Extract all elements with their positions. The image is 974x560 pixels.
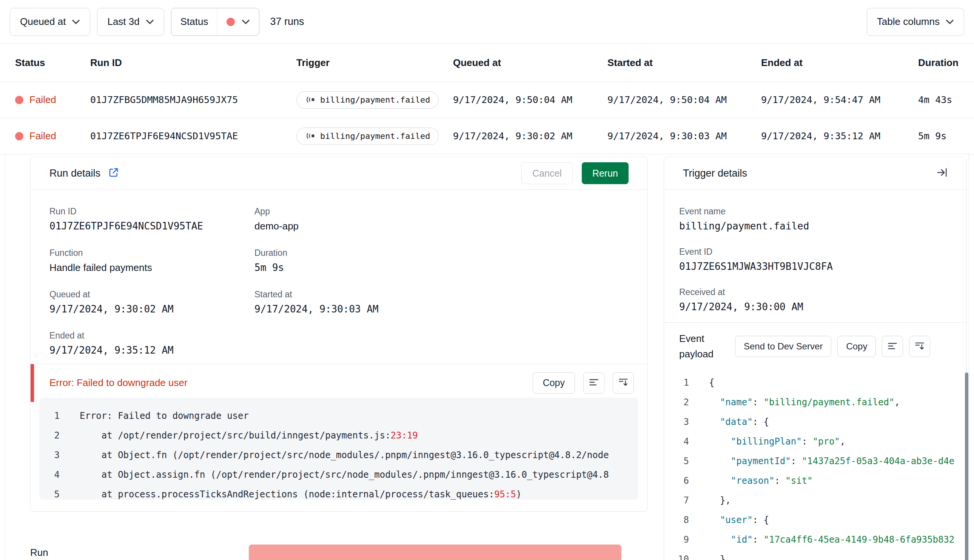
chevron-down-icon <box>242 19 250 25</box>
duration-cell: 5m 9s <box>918 130 974 142</box>
column-header-ended-at: Ended at <box>761 57 918 69</box>
chevron-down-icon <box>146 19 154 25</box>
field-value: 5m 9s <box>254 262 629 273</box>
status-dot <box>15 132 23 140</box>
scroll-to-bottom-button[interactable] <box>613 372 634 393</box>
field-queued-at: Queued at 9/17/2024, 9:30:02 AM <box>50 290 254 315</box>
wrap-text-button[interactable] <box>583 372 604 393</box>
scroll-to-bottom-icon <box>618 377 629 389</box>
trigger-badge-label: billing/payment.failed <box>320 95 430 105</box>
code-line: 1Error: Failed to downgrade user <box>39 406 639 426</box>
scroll-to-bottom-button[interactable] <box>909 336 930 357</box>
column-header-duration: Duration <box>918 57 974 69</box>
field-label: Event ID <box>679 247 951 257</box>
run-id-cell: 01J7ZE6TPJF6E94NCSD1V95TAE <box>90 130 296 142</box>
field-label: Queued at <box>50 290 254 300</box>
trigger-badge[interactable]: billing/payment.failed <box>296 128 439 145</box>
field-value: 01J7ZE6TPJF6E94NCSD1V95TAE <box>50 220 254 232</box>
line-content: at Object.assign.fn (/opt/render/project… <box>80 470 609 480</box>
field-label: App <box>254 207 629 217</box>
code-line: 7 }, <box>664 490 963 510</box>
line-content: } <box>709 554 725 560</box>
line-number: 5 <box>664 456 689 467</box>
status-dot <box>15 96 23 104</box>
table-columns-label: Table columns <box>877 16 940 28</box>
field-event-name: Event name billing/payment.failed <box>679 207 951 232</box>
run-trace-bar[interactable] <box>249 545 621 560</box>
line-content: "billingPlan": "pro", <box>709 436 845 447</box>
status-filter-button[interactable]: Status <box>171 8 260 36</box>
error-actions: Copy <box>533 372 634 393</box>
copy-button[interactable]: Copy <box>837 336 876 357</box>
started-at-cell: 9/17/2024, 9:30:03 AM <box>607 130 761 142</box>
wrap-text-icon <box>589 377 599 389</box>
line-content: Error: Failed to downgrade user <box>80 410 249 421</box>
line-number: 4 <box>39 470 60 480</box>
field-value: billing/payment.failed <box>679 220 951 232</box>
status-filter-label: Status <box>172 8 218 35</box>
code-line: 8 "user": { <box>664 510 963 530</box>
line-content: "reason": "sit" <box>709 475 813 486</box>
column-header-run-id: Run ID <box>90 57 296 69</box>
column-header-started-at: Started at <box>607 57 761 69</box>
collapse-panel-icon[interactable] <box>936 167 947 180</box>
line-content: at process.processTicksAndRejections (no… <box>80 489 521 500</box>
code-line: 3 "data": { <box>664 412 963 432</box>
wrap-text-icon <box>887 341 898 352</box>
field-label: Ended at <box>50 330 254 341</box>
table-columns-button[interactable]: Table columns <box>867 8 964 36</box>
table-row[interactable]: Failed 01J7ZE6TPJF6E94NCSD1V95TAE billin… <box>0 118 974 154</box>
chevron-down-icon <box>72 19 80 25</box>
rerun-button[interactable]: Rerun <box>582 162 629 184</box>
line-number: 10 <box>664 554 689 560</box>
code-line: 2 "name": "billing/payment.failed", <box>664 392 963 412</box>
line-content: at /opt/render/project/src/build/inngest… <box>80 430 418 441</box>
field-value: 01J7ZE6S1MJWA33HT9B1VJC8FA <box>679 261 951 272</box>
field-duration: Duration 5m 9s <box>254 248 629 273</box>
trigger-details-title: Trigger details <box>683 168 747 179</box>
queued-at-cell: 9/17/2024, 9:30:02 AM <box>453 130 607 142</box>
scroll-to-bottom-icon <box>914 341 925 352</box>
trigger-badge-label: billing/payment.failed <box>320 131 430 141</box>
line-number: 3 <box>39 450 60 460</box>
queued-at-cell: 9/17/2024, 9:50:04 AM <box>453 94 607 105</box>
field-value: 9/17/2024, 9:30:03 AM <box>254 303 629 315</box>
wrap-text-button[interactable] <box>882 336 903 357</box>
event-payload-json: 1{2 "name": "billing/payment.failed",3 "… <box>664 373 963 560</box>
queued-at-filter-button[interactable]: Queued at <box>10 8 90 36</box>
cancel-button[interactable]: Cancel <box>521 162 573 184</box>
run-details-header: Run details Cancel Rerun <box>30 157 647 190</box>
function-link[interactable]: Handle failed payments <box>50 262 152 273</box>
line-number: 4 <box>664 436 689 447</box>
code-line: 3 at Object.fn (/opt/render/project/src/… <box>39 445 639 465</box>
open-in-new-icon[interactable] <box>108 167 119 180</box>
table-row[interactable]: Failed 01J7ZFBG5DMM85MJA9H659JX75 billin… <box>0 82 974 118</box>
status-filter-dot <box>227 18 235 26</box>
run-details-card: Run details Cancel Rerun Run ID 01J7ZE6T… <box>30 157 648 512</box>
status-text: Failed <box>30 130 56 142</box>
error-accent-bar <box>30 364 34 402</box>
line-number: 1 <box>39 410 60 421</box>
send-to-dev-server-button[interactable]: Send to Dev Server <box>735 336 831 357</box>
scrollbar[interactable] <box>965 372 968 560</box>
code-line: 4 "billingPlan": "pro", <box>664 432 963 451</box>
copy-button[interactable]: Copy <box>533 372 575 393</box>
run-detail-region: Run details Cancel Rerun Run ID 01J7ZE6T… <box>5 154 969 560</box>
code-line: 1{ <box>664 373 963 392</box>
field-label: Run ID <box>50 207 254 217</box>
field-started-at: Started at 9/17/2024, 9:30:03 AM <box>254 290 629 315</box>
code-line: 9 "id": "17ca4ff6-45ea-4149-9b48-6fa935b… <box>664 530 963 550</box>
app-link[interactable]: demo-app <box>254 220 299 232</box>
column-header-status: Status <box>15 57 90 69</box>
line-content: at Object.fn (/opt/render/project/src/no… <box>80 450 609 460</box>
field-value: 9/17/2024, 9:35:12 AM <box>50 345 254 356</box>
code-line: 5 at process.processTicksAndRejections (… <box>39 485 639 500</box>
trigger-badge[interactable]: billing/payment.failed <box>296 91 439 109</box>
line-number: 2 <box>39 430 60 441</box>
line-content: }, <box>709 495 731 506</box>
field-label: Event name <box>679 207 951 217</box>
time-range-filter-button[interactable]: Last 3d <box>97 8 164 36</box>
chevron-down-icon <box>946 19 954 25</box>
event-trigger-icon <box>305 131 315 141</box>
timeline-run-label: Run <box>30 547 48 558</box>
